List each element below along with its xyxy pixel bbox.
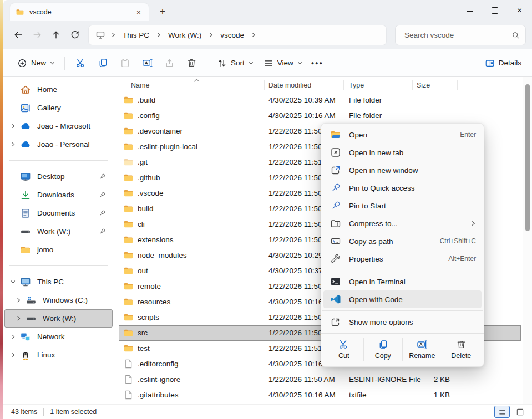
search-box bbox=[396, 25, 525, 45]
context-menu-item-open-with-code[interactable]: Open with Code bbox=[323, 290, 482, 308]
sidebar-item-downloads[interactable]: Downloads bbox=[4, 186, 113, 204]
sidebar-item-documents[interactable]: Documents bbox=[4, 204, 113, 222]
maximize-button[interactable] bbox=[482, 0, 507, 21]
context-menu-item-open[interactable]: OpenEnter bbox=[323, 126, 482, 144]
chevron-down-icon[interactable] bbox=[8, 278, 17, 287]
rename-button[interactable] bbox=[136, 53, 158, 73]
column-separator[interactable] bbox=[457, 80, 458, 90]
column-headers: NameDate modifiedTypeSize bbox=[114, 78, 523, 93]
column-separator[interactable] bbox=[264, 80, 265, 90]
copy-icon bbox=[98, 58, 108, 68]
copy-button[interactable] bbox=[92, 53, 114, 73]
breadcrumb-work-drive[interactable]: Work (W:) bbox=[163, 27, 206, 43]
quick-action-label: Delete bbox=[451, 352, 471, 360]
cut-button[interactable] bbox=[69, 53, 92, 73]
documents-icon bbox=[20, 208, 31, 219]
quick-action-cut[interactable]: Cut bbox=[325, 338, 363, 361]
sidebar-item-linux[interactable]: Linux bbox=[4, 346, 113, 364]
see-more-button[interactable]: ●●● bbox=[307, 53, 327, 73]
context-menu-item-show-more-options[interactable]: Show more options bbox=[323, 313, 482, 331]
tab-vscode[interactable]: vscode ✕ bbox=[10, 3, 149, 21]
breadcrumb-vscode[interactable]: vscode bbox=[215, 27, 249, 43]
breadcrumb-this-pc[interactable]: This PC bbox=[118, 27, 154, 43]
sidebar-item-label: jomo bbox=[37, 246, 53, 254]
chevron-right-icon[interactable] bbox=[8, 122, 17, 131]
context-menu-item-open-in-new-window[interactable]: Open in new window bbox=[323, 161, 482, 179]
file-row-gitattributes[interactable]: .gitattributes4/30/2025 10:16 AMtxtfile1… bbox=[114, 387, 523, 403]
selection-count: 1 item selected bbox=[50, 408, 97, 416]
close-button[interactable]: ✕ bbox=[507, 0, 532, 21]
new-button[interactable]: New bbox=[12, 53, 60, 73]
paste-button[interactable] bbox=[114, 53, 136, 73]
file-icon-folder bbox=[123, 203, 134, 214]
view-button[interactable]: View bbox=[259, 53, 307, 73]
chevron-right-icon[interactable] bbox=[8, 140, 17, 149]
column-header-type[interactable]: Type bbox=[349, 81, 364, 89]
breadcrumb-location-button[interactable] bbox=[92, 27, 109, 43]
column-header-date-modified[interactable]: Date modified bbox=[268, 81, 311, 89]
context-menu-item-properties[interactable]: PropertiesAlt+Enter bbox=[323, 250, 482, 268]
up-button[interactable] bbox=[47, 25, 65, 44]
rename-icon bbox=[142, 58, 153, 68]
sidebar-item-jomo[interactable]: jomo bbox=[4, 241, 113, 259]
new-button-label: New bbox=[31, 59, 46, 67]
details-view-toggle[interactable] bbox=[494, 406, 510, 418]
scrollbar-thumb[interactable] bbox=[525, 84, 530, 231]
file-row-config[interactable]: .config4/30/2025 10:16 AMFile folder bbox=[114, 108, 523, 124]
context-menu-item-compress-to[interactable]: Compress to... bbox=[323, 214, 482, 232]
vscode-icon bbox=[330, 294, 341, 305]
share-button[interactable] bbox=[158, 53, 180, 73]
details-button[interactable]: Details bbox=[480, 53, 526, 73]
column-header-size[interactable]: Size bbox=[417, 81, 430, 89]
sidebar-item-work-w[interactable]: Work (W:) bbox=[4, 222, 113, 241]
column-separator[interactable] bbox=[412, 80, 413, 90]
quick-action-copy[interactable]: Copy bbox=[363, 338, 403, 361]
quick-action-label: Copy bbox=[375, 352, 391, 360]
chevron-down-icon bbox=[297, 60, 302, 65]
sidebar-item-network[interactable]: Network bbox=[4, 328, 113, 346]
context-menu-item-pin-to-start[interactable]: Pin to Start bbox=[323, 197, 482, 214]
context-menu-item-copy-as-path[interactable]: Copy as pathCtrl+Shift+C bbox=[323, 232, 482, 250]
forward-button[interactable] bbox=[28, 25, 47, 44]
sidebar-item-home[interactable]: Home bbox=[4, 80, 113, 99]
sidebar-item-jo-o-personal[interactable]: João - Personal bbox=[4, 135, 113, 154]
vertical-scrollbar[interactable] bbox=[523, 77, 532, 404]
sidebar-item-work-w[interactable]: Work (W:) bbox=[4, 309, 113, 328]
sidebar-divider bbox=[9, 160, 108, 161]
column-header-name[interactable]: Name bbox=[131, 81, 149, 89]
sidebar-item-desktop[interactable]: Desktop bbox=[4, 167, 113, 186]
refresh-button[interactable] bbox=[65, 25, 84, 44]
downloads-icon bbox=[20, 190, 31, 201]
context-menu-item-open-in-terminal[interactable]: Open in Terminal bbox=[323, 273, 482, 290]
file-row-build[interactable]: .build4/30/2025 10:39 AMFile folder bbox=[114, 93, 523, 108]
file-name: scripts bbox=[138, 310, 159, 325]
quick-action-delete[interactable]: Delete bbox=[442, 338, 481, 361]
icons-view-toggle[interactable] bbox=[512, 406, 528, 418]
sort-button[interactable]: Sort bbox=[212, 53, 259, 73]
chevron-right-icon[interactable] bbox=[8, 333, 17, 341]
quick-action-rename[interactable]: Rename bbox=[402, 338, 442, 361]
chevron-right-icon[interactable] bbox=[14, 296, 23, 305]
file-row-eslint-ignore[interactable]: .eslint-ignore1/22/2026 11:50 AMESLINT-I… bbox=[114, 372, 523, 387]
context-menu-item-open-in-new-tab[interactable]: Open in new tab bbox=[323, 144, 482, 161]
context-menu-shortcut: Alt+Enter bbox=[448, 255, 476, 263]
new-tab-button[interactable]: + bbox=[155, 4, 170, 19]
context-menu-quick-actions: CutCopyRenameDelete bbox=[321, 333, 484, 366]
column-separator[interactable] bbox=[343, 80, 344, 90]
chevron-slot bbox=[8, 209, 17, 218]
sidebar-item-this-pc[interactable]: This PC bbox=[4, 273, 113, 291]
open-new-tab-icon bbox=[330, 147, 341, 158]
chevron-right-icon[interactable] bbox=[8, 351, 17, 360]
search-input[interactable] bbox=[403, 30, 508, 40]
delete-button[interactable] bbox=[180, 53, 202, 73]
context-menu-item-pin-to-quick-access[interactable]: Pin to Quick access bbox=[323, 179, 482, 197]
sidebar-item-gallery[interactable]: Gallery bbox=[4, 99, 113, 117]
file-row-partial[interactable] bbox=[114, 403, 523, 404]
minimize-button[interactable] bbox=[457, 0, 482, 21]
file-icon-folder-faded bbox=[123, 157, 134, 167]
sidebar-item-windows-c[interactable]: Windows (C:) bbox=[4, 291, 113, 309]
tab-close-icon[interactable]: ✕ bbox=[133, 7, 144, 18]
sidebar-item-joao-microsoft[interactable]: Joao - Microsoft bbox=[4, 117, 113, 135]
back-button[interactable] bbox=[9, 25, 28, 44]
chevron-right-icon[interactable] bbox=[14, 314, 23, 323]
